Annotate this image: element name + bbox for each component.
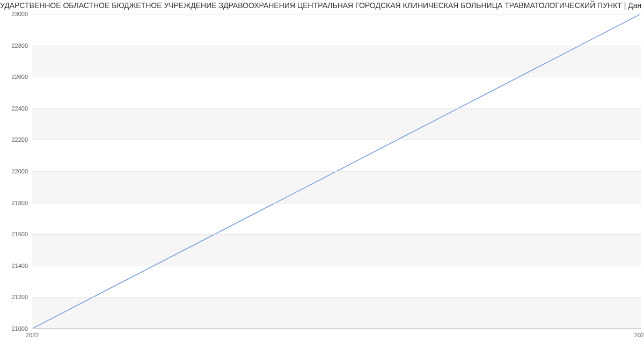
- gridline: [32, 266, 641, 266]
- gridline: [32, 14, 641, 14]
- x-tick-label: 2024: [634, 332, 644, 338]
- gridline: [32, 77, 641, 77]
- chart-title: УДАРСТВЕННОЕ ОБЛАСТНОЕ БЮДЖЕТНОЕ УЧРЕЖДЕ…: [0, 0, 644, 11]
- y-tick-label: 22600: [11, 74, 28, 80]
- x-tick-label: 2022: [26, 332, 39, 338]
- y-tick-label: 22200: [11, 136, 28, 143]
- x-axis-line: [32, 328, 641, 329]
- gridline: [32, 171, 641, 172]
- y-tick-label: 21000: [11, 325, 28, 332]
- gridline: [32, 203, 641, 203]
- y-tick-label: 21800: [11, 200, 28, 206]
- gridline: [32, 46, 641, 46]
- y-tick-label: 22400: [11, 105, 28, 112]
- y-tick-label: 21600: [11, 231, 28, 237]
- y-tick-label: 22800: [11, 42, 28, 49]
- chart-container: 2100021200214002160021800220002220022400…: [0, 11, 644, 344]
- y-tick-label: 21400: [11, 263, 28, 269]
- y-tick-label: 22000: [11, 168, 28, 174]
- gridline: [32, 234, 641, 235]
- y-tick-label: 21200: [11, 294, 28, 300]
- gridline: [32, 329, 641, 329]
- y-tick-label: 23000: [11, 11, 28, 17]
- plot-area: [32, 14, 641, 329]
- gridline: [32, 297, 641, 297]
- gridline: [32, 140, 641, 140]
- gridline: [32, 108, 641, 109]
